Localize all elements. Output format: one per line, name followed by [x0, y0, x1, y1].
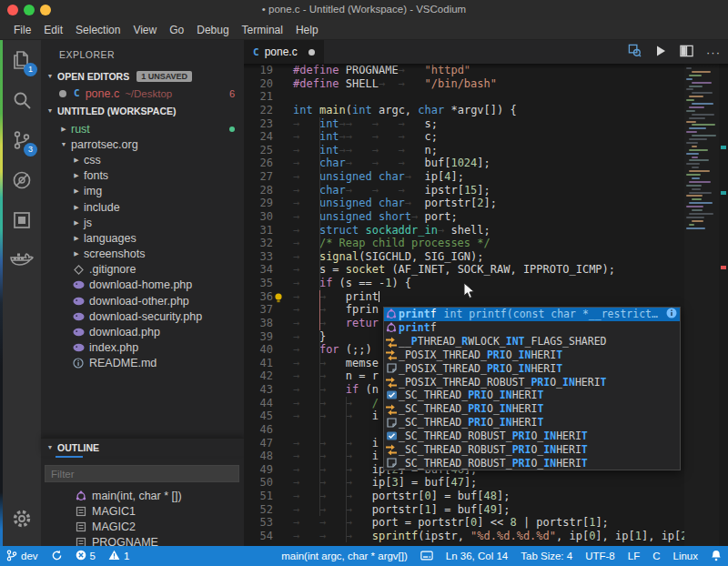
code-line-25[interactable]: 25→ int→→ → → n; — [244, 144, 728, 157]
suggest-item-2[interactable]: __PTHREAD_RWLOCK_INT_FLAGS_SHARED — [384, 335, 680, 349]
code-line-24[interactable]: 24→ int→→ → → c; — [244, 130, 728, 144]
code-line-32[interactable]: 32→ /* Reap child processes */ — [244, 237, 728, 250]
code-line-30[interactable]: 30→ unsigned short→ port; — [244, 210, 728, 224]
info-icon[interactable] — [666, 308, 677, 321]
outline-item-magic2[interactable]: MAGIC2 — [41, 519, 244, 534]
tree-item-parrotsec-org[interactable]: ▼parrotsec.org — [41, 136, 244, 152]
menu-view[interactable]: View — [126, 22, 163, 38]
tree-item-css[interactable]: ▶css — [41, 152, 244, 167]
code-line-29[interactable]: 29→ unsigned char→ portstr[2]; — [244, 197, 728, 210]
menu-file[interactable]: File — [7, 22, 37, 38]
workspace-header[interactable]: ▼ UNTITLED (WORKSPACE) — [41, 102, 244, 119]
code-line-31[interactable]: 31→ struct sockaddr_in→ shell; — [244, 224, 728, 238]
split-editor-icon[interactable] — [680, 45, 693, 61]
activity-source-control-icon[interactable]: 3 — [3, 120, 41, 160]
code-line-54[interactable]: 54→ → → sprintf(ipstr, "%d.%d.%d.%d", ip… — [244, 530, 728, 543]
tree-item-include[interactable]: ▶include — [41, 199, 244, 215]
code-line-28[interactable]: 28→ char→ → → ipstr[15]; — [244, 184, 728, 197]
suggest-item-8[interactable]: _SC_THREAD_PRIO_INHERIT — [384, 416, 680, 430]
tab-dirty-indicator-icon[interactable] — [308, 49, 315, 56]
tree-item-download-php[interactable]: download.php — [41, 324, 244, 339]
menu-go[interactable]: Go — [163, 22, 190, 38]
activity-search-icon[interactable] — [3, 80, 41, 120]
code-line-22[interactable]: 22int main(int argc, char *argv[]) { — [244, 104, 728, 117]
tree-item-screenshots[interactable]: ▶screenshots — [41, 247, 244, 262]
more-actions-icon[interactable]: ··· — [706, 45, 721, 59]
suggest-item-1[interactable]: printf — [384, 321, 680, 335]
outline-item-magic1[interactable]: MAGIC1 — [41, 503, 244, 519]
outline-item-main-int-char-[interactable]: main(int, char * []) — [41, 488, 244, 503]
code-line-26[interactable]: 26→ char→ → → buf[1024]; — [244, 157, 728, 170]
symbol-field-icon — [74, 521, 87, 532]
suggest-item-3[interactable]: _POSIX_THREAD_PRIO_INHERIT — [384, 349, 680, 362]
statusbar-indicator[interactable] — [414, 546, 440, 566]
statusbar-bell[interactable] — [704, 546, 728, 566]
menu-selection[interactable]: Selection — [69, 22, 126, 38]
statusbar-lf[interactable]: LF — [622, 546, 646, 566]
tree-item-download-security-php[interactable]: download-security.php — [41, 308, 244, 324]
code-line-35[interactable]: 35→ if (s == -1) { — [244, 277, 728, 290]
activity-docker-icon[interactable] — [3, 240, 41, 280]
tree-item--gitignore[interactable]: .gitignore — [41, 262, 244, 278]
tab-ponec[interactable]: C pone.c — [244, 40, 324, 64]
tree-item-fonts[interactable]: ▶fonts — [41, 168, 244, 184]
statusbar-ln-36-col-14[interactable]: Ln 36, Col 14 — [440, 546, 514, 566]
statusbar-tab-size-4[interactable]: Tab Size: 4 — [514, 546, 579, 566]
code-line-34[interactable]: 34→ s = socket (AF_INET, SOCK_RAW, IPPRO… — [244, 263, 728, 277]
tree-item-download-home-php[interactable]: download-home.php — [41, 278, 244, 293]
suggest-item-6[interactable]: _SC_THREAD_PRIO_INHERIT — [384, 389, 680, 402]
menu-edit[interactable]: Edit — [37, 22, 69, 38]
tree-item-rust[interactable]: ▶rust — [41, 121, 244, 136]
tree-item-readme-md[interactable]: README.md — [41, 356, 244, 371]
run-button[interactable] — [654, 45, 667, 61]
code-line-27[interactable]: 27→ unsigned char→ ip[4]; — [244, 170, 728, 184]
suggest-item-5[interactable]: _POSIX_THREAD_ROBUST_PRIO_INHERIT — [384, 375, 680, 389]
suggest-item-7[interactable]: _SC_THREAD_PRIO_INHERIT — [384, 402, 680, 416]
statusbar-main-int-argc-char-argv-[interactable]: main(int argc, char * argv[]) — [275, 546, 414, 566]
suggest-item-0[interactable]: printfint printf(const char *__restrict_… — [384, 308, 680, 321]
overview-ruler[interactable] — [719, 64, 728, 546]
lightbulb-icon[interactable] — [273, 291, 284, 308]
suggest-item-11[interactable]: _SC_THREAD_ROBUST_PRIO_INHERIT — [384, 456, 680, 470]
code-line-21[interactable]: 21 — [244, 90, 728, 104]
code-line-50[interactable]: 50→ → → ip[3] = buf[47]; — [244, 476, 728, 490]
statusbar-utf-8[interactable]: UTF-8 — [579, 546, 622, 566]
tree-item-index-php[interactable]: index.php — [41, 340, 244, 356]
statusbar-linux[interactable]: Linux — [667, 546, 705, 566]
activity-explorer-icon[interactable]: 1 — [3, 40, 41, 80]
suggest-item-4[interactable]: _POSIX_THREAD_PRIO_INHERIT — [384, 361, 680, 375]
tree-item-download-other-php[interactable]: download-other.php — [41, 293, 244, 308]
open-editors-header[interactable]: ▼ OPEN EDITORS 1 UNSAVED — [41, 67, 244, 85]
statusbar-error[interactable]: 5 — [69, 546, 102, 566]
tree-item-languages[interactable]: ▶languages — [41, 230, 244, 246]
menu-help[interactable]: Help — [289, 22, 325, 38]
suggest-item-10[interactable]: _SC_THREAD_ROBUST_PRIO_INHERIT — [384, 442, 680, 456]
code-line-52[interactable]: 52→ → → portstr[1] = buf[49]; — [244, 503, 728, 517]
code-area[interactable]: 19#define PROGNAME→ "httpd"20#define SHE… — [244, 64, 728, 546]
dirty-indicator-icon[interactable] — [59, 90, 66, 97]
outline-header[interactable]: ▼ OUTLINE — [41, 438, 244, 456]
statusbar-sync[interactable] — [45, 546, 69, 566]
manage-gear-icon[interactable] — [3, 499, 41, 539]
menu-terminal[interactable]: Terminal — [236, 22, 289, 38]
suggest-item-9[interactable]: _SC_THREAD_ROBUST_PRIO_INHERIT — [384, 430, 680, 443]
open-editor-item-ponec[interactable]: C pone.c ~/Desktop 6 — [41, 85, 244, 102]
outline-filter-input[interactable] — [45, 465, 239, 482]
code-line-36[interactable]: 36→ → print — [244, 290, 728, 304]
activity-debug-icon[interactable] — [3, 160, 41, 200]
scroll-shadow — [244, 64, 728, 69]
code-line-53[interactable]: 53→ → → port = portstr[0] << 8 | portstr… — [244, 516, 728, 530]
activity-extensions-icon[interactable] — [3, 200, 41, 240]
open-changes-icon[interactable] — [628, 44, 642, 61]
minimap[interactable] — [684, 64, 719, 546]
statusbar-branch[interactable]: dev — [0, 546, 45, 566]
code-line-20[interactable]: 20#define SHELL→ → "/bin/bash" — [244, 77, 728, 91]
code-line-33[interactable]: 33→ signal(SIGCHLD, SIG_IGN); — [244, 250, 728, 264]
tree-item-img[interactable]: ▶img — [41, 184, 244, 199]
tree-item-js[interactable]: ▶js — [41, 215, 244, 230]
code-line-23[interactable]: 23→ int→→ → → s; — [244, 117, 728, 131]
menu-debug[interactable]: Debug — [190, 22, 235, 38]
code-line-51[interactable]: 51→ → → portstr[0] = buf[48]; — [244, 490, 728, 503]
statusbar-c[interactable]: C — [646, 546, 666, 566]
statusbar-warning[interactable]: 1 — [102, 546, 136, 566]
